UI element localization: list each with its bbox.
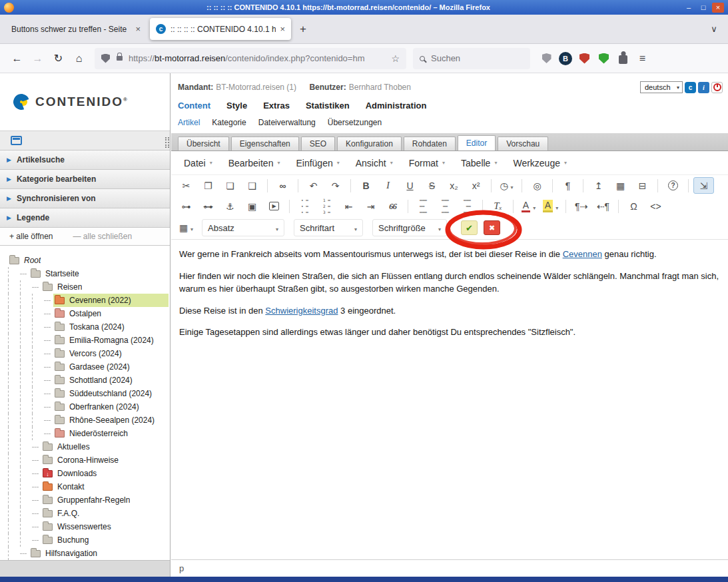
clear-format-icon[interactable]: Tₓ xyxy=(488,198,508,214)
ltr-icon[interactable]: ¶⇢ xyxy=(571,198,591,214)
content-link[interactable]: Cevennen xyxy=(563,249,602,259)
tracking-shield-icon[interactable] xyxy=(101,54,110,63)
language-select[interactable]: deutsch xyxy=(640,81,683,93)
list-tabs-chevron-icon[interactable]: ∨ xyxy=(705,24,723,34)
numbered-list-icon[interactable]: 1 ━ 2 ━ 3 ━ xyxy=(316,198,337,214)
close-button[interactable]: × xyxy=(712,3,724,13)
anchor-icon[interactable]: ⚓ xyxy=(220,198,240,214)
tree-item[interactable]: F.A.Q. xyxy=(8,507,169,520)
tree-item[interactable]: Süddeutschland (2024) xyxy=(8,387,169,400)
sidebar-section-artikelsuche[interactable]: ▶Artikelsuche xyxy=(0,150,170,170)
outdent-icon[interactable]: ⇤ xyxy=(338,198,359,214)
link-icon[interactable]: ⊶ xyxy=(176,198,196,214)
editor-menu-format[interactable]: Format xyxy=(402,154,452,172)
submenu-dateiverwaltung[interactable]: Dateiverwaltung xyxy=(258,118,316,127)
tree-item[interactable]: Niederösterreich xyxy=(8,427,169,440)
tree-item[interactable]: Startseite xyxy=(8,267,169,280)
green-shield-icon[interactable] xyxy=(594,49,613,68)
tree-item[interactable]: Rhône-Seealpen (2024) xyxy=(8,414,169,427)
editor-menu-einfügen[interactable]: Einfügen xyxy=(288,154,346,172)
rtl-icon[interactable]: ⇠¶ xyxy=(593,198,613,214)
menu-statistiken[interactable]: Statistiken xyxy=(306,101,350,111)
align-left-icon[interactable]: ━━━ ━━ ━━━ xyxy=(413,198,434,214)
tab-editor[interactable]: Editor xyxy=(458,135,496,150)
menu-extras[interactable]: Extras xyxy=(263,101,290,111)
menu-content[interactable]: Content xyxy=(178,101,210,111)
lock-icon[interactable] xyxy=(117,56,123,61)
tree-item[interactable]: Ostalpen xyxy=(8,307,169,320)
highlight-color-icon[interactable]: A xyxy=(540,198,561,214)
insert-datetime-icon[interactable]: ◷ xyxy=(496,177,517,194)
tree-item[interactable]: Wissenswertes xyxy=(8,520,169,533)
tree-item[interactable]: Kontakt xyxy=(8,480,169,493)
page-break-icon[interactable]: ⊟ xyxy=(632,177,653,194)
font-family-select[interactable]: Schriftart xyxy=(294,219,363,236)
cut-icon[interactable]: ✂ xyxy=(176,177,196,194)
editor-menu-bearbeiten[interactable]: Bearbeiten xyxy=(221,154,288,172)
frame-resize-handle[interactable] xyxy=(165,137,169,148)
tab-seo[interactable]: SEO xyxy=(301,137,335,150)
reload-button[interactable]: ↻ xyxy=(48,49,69,69)
image-icon[interactable]: ▣ xyxy=(242,198,262,214)
sidebar-section-legende[interactable]: ▶Legende xyxy=(0,208,170,228)
blockquote-icon[interactable]: 66 xyxy=(382,198,403,214)
forward-button[interactable]: → xyxy=(27,49,48,69)
frames-toggle-icon[interactable] xyxy=(11,136,22,145)
tree-item[interactable]: Root xyxy=(8,254,169,267)
tree-item[interactable]: Vercors (2024) xyxy=(8,347,169,360)
indent-icon[interactable]: ⇥ xyxy=(360,198,381,214)
copy-icon[interactable]: ❐ xyxy=(198,177,218,194)
tab-übersicht[interactable]: Übersicht xyxy=(178,137,229,150)
logout-power-icon[interactable] xyxy=(711,82,723,93)
new-tab-button[interactable]: + xyxy=(294,23,312,36)
tab-eigenschaften[interactable]: Eigenschaften xyxy=(231,137,299,150)
paste-text-icon[interactable]: ❑ xyxy=(242,177,262,194)
tree-item[interactable]: Oberfranken (2024) xyxy=(8,400,169,414)
superscript-icon[interactable]: x² xyxy=(466,177,486,194)
submenu-kategorie[interactable]: Kategorie xyxy=(212,118,246,127)
visual-blocks-icon[interactable]: ¶ xyxy=(557,177,578,194)
app-menu-icon[interactable]: ≡ xyxy=(633,49,652,68)
upload-icon[interactable]: ↥ xyxy=(588,177,609,194)
tree-item[interactable]: Reisen xyxy=(8,280,169,294)
help-icon[interactable]: ? xyxy=(663,177,683,194)
tree-item[interactable]: Emilia-Romagna (2024) xyxy=(8,334,169,347)
tab-close-icon[interactable]: × xyxy=(135,24,141,34)
editor-menu-ansicht[interactable]: Ansicht xyxy=(348,154,400,172)
submenu-artikel[interactable]: Artikel xyxy=(178,118,200,127)
tab-vorschau[interactable]: Vorschau xyxy=(498,137,548,150)
tree-item[interactable]: Cevennen (2022) xyxy=(8,294,169,307)
preview-icon[interactable]: ◎ xyxy=(527,177,547,194)
tree-item[interactable]: Gruppenfahr-Regeln xyxy=(8,493,169,507)
menu-administration[interactable]: Administration xyxy=(366,101,427,111)
bullet-list-icon[interactable]: • ━ • ━ • ━ xyxy=(294,198,315,214)
menu-style[interactable]: Style xyxy=(226,101,247,111)
cancel-button[interactable]: ✖ xyxy=(484,220,500,235)
close-all-link[interactable]: — alle schließen xyxy=(73,232,133,241)
submenu-übersetzungen[interactable]: Übersetzungen xyxy=(328,118,382,127)
minimize-button[interactable]: – xyxy=(683,3,695,13)
fullscreen-icon[interactable]: ⇲ xyxy=(693,177,714,194)
extensions-puzzle-icon[interactable] xyxy=(613,49,633,68)
save-button[interactable]: ✔ xyxy=(461,220,478,235)
paste-icon[interactable]: ❏ xyxy=(220,177,240,194)
ublock-shield-icon[interactable] xyxy=(575,49,594,68)
sidebar-section-synchronisieren-von[interactable]: ▶Synchronisieren von xyxy=(0,189,170,208)
underline-icon[interactable]: U xyxy=(400,177,420,194)
paragraph-format-select[interactable]: Absatz xyxy=(202,219,284,236)
editor-content[interactable]: Wer gerne in Frankreich abseits vom Mass… xyxy=(171,239,728,559)
italic-icon[interactable]: I xyxy=(378,177,398,194)
align-right-icon[interactable]: ━━━ ━━ ━━━ xyxy=(457,198,478,214)
align-center-icon[interactable]: ━━━ ━━ ━━━ xyxy=(435,198,456,214)
editor-menu-tabelle[interactable]: Tabelle xyxy=(454,154,504,172)
tree-item[interactable]: Downloads xyxy=(8,467,169,480)
editor-menu-werkzeuge[interactable]: Werkzeuge xyxy=(506,154,574,172)
subscript-icon[interactable]: x₂ xyxy=(444,177,464,194)
text-color-icon[interactable]: A xyxy=(518,198,539,214)
tab-rohdaten[interactable]: Rohdaten xyxy=(404,137,456,150)
browser-tab[interactable]: Buttons schwer zu treffen - Seite× xyxy=(5,18,147,40)
sidebar-section-kategorie-bearbeiten[interactable]: ▶Kategorie bearbeiten xyxy=(0,170,170,189)
media-icon[interactable]: ▶ xyxy=(264,198,284,214)
tree-item[interactable]: Corona-Hinweise xyxy=(8,453,169,467)
tree-item[interactable]: Gardasee (2024) xyxy=(8,360,169,374)
